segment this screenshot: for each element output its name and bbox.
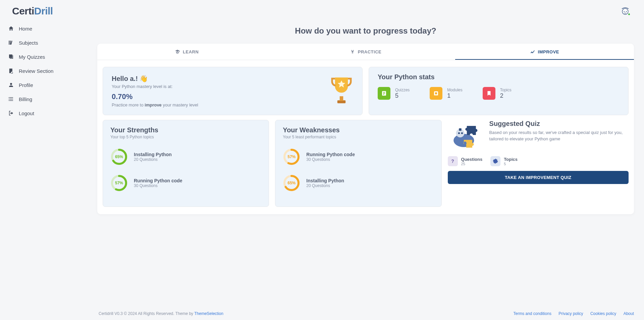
- mastery-percent: 0.70%: [112, 92, 198, 101]
- tab-learn[interactable]: LEARN: [97, 44, 276, 60]
- topbar: [97, 0, 634, 19]
- stat-value: 5: [395, 92, 410, 99]
- brand-logo[interactable]: CertiDrill: [0, 4, 97, 21]
- brand-part1: Certi: [12, 5, 34, 16]
- suggested-topics-stat: Topics5: [490, 156, 518, 166]
- page-headline: How do you want to progress today?: [97, 26, 634, 36]
- suggested-quiz: Suggested Quiz Based on your results so …: [448, 120, 629, 207]
- weaknesses-card: Your Weaknesses Your 5 least performant …: [275, 120, 441, 207]
- strengths-desc: Your top 5 Python topics: [110, 135, 261, 139]
- stat-label: Modules: [447, 88, 462, 92]
- quizzes-icon: [378, 87, 390, 100]
- svg-point-5: [626, 11, 627, 12]
- robot-puzzle-icon: [448, 120, 485, 150]
- strengths-title: Your Strengths: [110, 126, 261, 134]
- ring-pct: 57%: [110, 174, 128, 192]
- tab-improve[interactable]: IMPROVE: [455, 44, 634, 60]
- hello-subtext: Your Python mastery level is at:: [112, 84, 198, 89]
- svg-rect-10: [435, 92, 437, 94]
- sidebar-item-profile[interactable]: Profile: [4, 79, 93, 91]
- puzzle-icon: [490, 156, 500, 166]
- tab-practice[interactable]: PRACTICE: [276, 44, 455, 60]
- stats-card: Your Python stats Quizzes5 Modules1 Topi…: [369, 67, 629, 115]
- topic-name: Running Python code: [134, 178, 182, 183]
- modules-icon: [430, 87, 442, 100]
- topics-icon: [483, 87, 495, 100]
- svg-point-21: [458, 132, 460, 134]
- take-improvement-quiz-button[interactable]: TAKE AN IMPROVEMENT QUIZ: [448, 171, 629, 184]
- trophy-icon: [329, 75, 354, 107]
- footer-link-terms[interactable]: Terms and conditions: [513, 311, 551, 316]
- footer-link-privacy[interactable]: Privacy policy: [558, 311, 583, 316]
- svg-point-0: [8, 97, 9, 98]
- tab-label: LEARN: [183, 49, 199, 54]
- logout-icon: [8, 110, 14, 116]
- stat-value: 2: [500, 92, 512, 99]
- svg-point-1: [8, 99, 9, 99]
- ring-pct: 65%: [283, 174, 300, 192]
- stats-title: Your Python stats: [378, 73, 620, 81]
- stat-quizzes: Quizzes5: [378, 87, 410, 100]
- sidebar-item-label: Profile: [19, 82, 33, 88]
- topic-questions: 20 Questions: [134, 157, 172, 162]
- svg-point-22: [461, 132, 463, 134]
- qstat-label: Questions: [461, 157, 483, 162]
- sidebar-nav: Home Subjects My Quizzes Review Section …: [0, 21, 97, 120]
- stat-label: Quizzes: [395, 88, 410, 92]
- weaknesses-desc: Your 5 least performant topics: [283, 135, 434, 139]
- main-content: How do you want to progress today? LEARN…: [97, 0, 644, 320]
- profile-icon: [8, 82, 14, 88]
- improve-icon: [530, 49, 535, 54]
- practice-icon: [350, 49, 355, 54]
- sidebar-item-review[interactable]: Review Section: [4, 65, 93, 77]
- ring-pct: 57%: [283, 148, 300, 166]
- svg-rect-7: [340, 96, 343, 101]
- brand-part2: Drill: [34, 5, 53, 16]
- progress-ring: 57%: [283, 148, 300, 166]
- sidebar-item-label: Review Section: [19, 68, 53, 74]
- sidebar: CertiDrill Home Subjects My Quizzes Revi…: [0, 0, 97, 320]
- topic-questions: 20 Questions: [306, 183, 344, 188]
- sidebar-item-home[interactable]: Home: [4, 23, 93, 34]
- sidebar-item-label: Home: [19, 26, 32, 32]
- topic-questions: 30 Questions: [134, 183, 182, 188]
- home-icon: [8, 26, 14, 32]
- stat-topics: Topics2: [483, 87, 512, 100]
- avatar-button[interactable]: [620, 5, 631, 16]
- topic-name: Installing Python: [134, 152, 172, 157]
- stat-modules: Modules1: [430, 87, 462, 100]
- svg-point-2: [8, 100, 9, 101]
- footer-copyright: Certidrill V0.3 © 2024 All Rights Reserv…: [99, 311, 223, 316]
- overview-row: Hello a.! 👋 Your Python mastery level is…: [97, 60, 634, 115]
- suggested-title: Suggested Quiz: [489, 120, 629, 128]
- footer-theme-link[interactable]: ThemeSelection: [194, 311, 223, 316]
- progress-ring: 57%: [110, 174, 128, 192]
- sidebar-item-billing[interactable]: Billing: [4, 93, 93, 105]
- footer-link-cookies[interactable]: Cookies policy: [590, 311, 616, 316]
- weaknesses-title: Your Weaknesses: [283, 126, 434, 134]
- sidebar-item-subjects[interactable]: Subjects: [4, 37, 93, 48]
- svg-rect-23: [459, 128, 461, 131]
- progress-panel: LEARN PRACTICE IMPROVE Hello a.! 👋 Your …: [97, 44, 634, 214]
- online-dot: [628, 13, 631, 16]
- stat-value: 1: [447, 92, 462, 99]
- suggested-questions-stat: ? Questions25: [448, 156, 483, 166]
- quiz-icon: [8, 54, 14, 60]
- progress-ring: 65%: [283, 174, 300, 192]
- strength-topic: 65% Installing Python20 Questions: [110, 148, 261, 166]
- strengths-card: Your Strengths Your top 5 Python topics …: [103, 120, 269, 207]
- learn-icon: [175, 49, 180, 54]
- weakness-topic: 57% Running Python code30 Questions: [283, 148, 434, 166]
- qstat-value: 5: [504, 162, 518, 166]
- footer-link-about[interactable]: About: [624, 311, 634, 316]
- question-icon: ?: [448, 156, 458, 166]
- review-icon: [8, 68, 14, 74]
- qstat-value: 25: [461, 162, 483, 166]
- topic-name: Installing Python: [306, 178, 344, 183]
- ring-pct: 65%: [110, 148, 128, 166]
- sidebar-item-my-quizzes[interactable]: My Quizzes: [4, 51, 93, 62]
- weakness-topic: 65% Installing Python20 Questions: [283, 174, 434, 192]
- tab-label: PRACTICE: [358, 49, 381, 54]
- sidebar-item-logout[interactable]: Logout: [4, 107, 93, 119]
- tab-label: IMPROVE: [538, 49, 559, 54]
